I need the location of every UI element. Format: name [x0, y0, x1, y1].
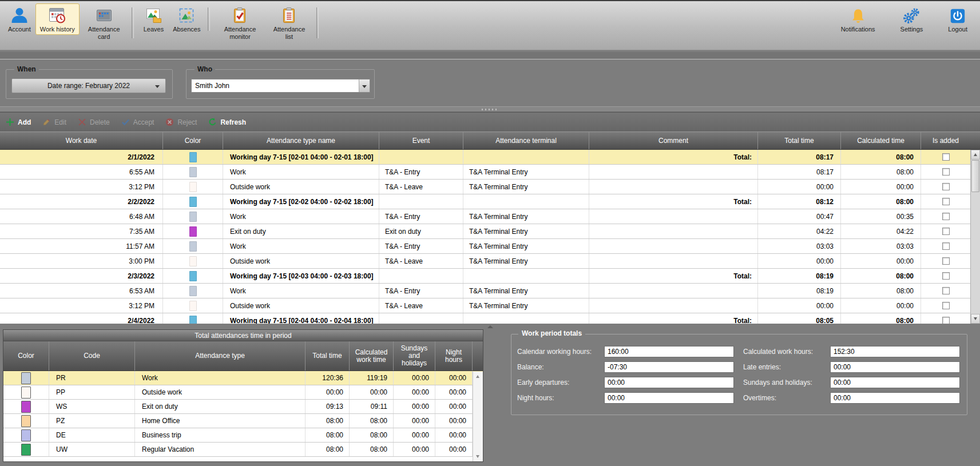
summary-vertical-scrollbar[interactable] — [473, 372, 483, 461]
event-cell: T&A - Entry — [379, 165, 463, 179]
terminal-cell — [463, 313, 589, 324]
column-header[interactable]: Calculated time — [841, 132, 921, 149]
table-row[interactable]: 3:00 PM Outside work T&A - Leave T&A Ter… — [0, 254, 970, 269]
is-added-checkbox[interactable] — [942, 317, 950, 324]
column-header[interactable]: Event — [379, 132, 463, 149]
totals-field-input[interactable] — [604, 361, 734, 373]
color-cell — [3, 443, 49, 456]
horizontal-splitter-bottom[interactable] — [0, 324, 980, 329]
table-row[interactable]: 6:55 AM Work T&A - Entry T&A Terminal En… — [0, 165, 970, 180]
is-added-checkbox[interactable] — [942, 183, 950, 190]
table-row[interactable]: 2/4/2022 Working day 7-15 [02-04 04:00 -… — [0, 313, 970, 324]
attendance-type-cell: Outside work — [223, 254, 379, 268]
action-button[interactable]: Refresh — [208, 118, 246, 126]
totals-field-input[interactable] — [830, 392, 960, 404]
comment-cell: Total: — [589, 194, 758, 209]
employee-dropdown-button[interactable] — [359, 79, 370, 92]
is-added-checkbox[interactable] — [942, 228, 950, 235]
is-added-checkbox[interactable] — [942, 257, 950, 265]
calculated-work-time-cell: 08:00 — [350, 428, 394, 442]
totals-field-input[interactable] — [830, 377, 960, 388]
toolbar-button[interactable]: Notifications — [836, 5, 880, 35]
toolbar-button[interactable]: Attendance card — [80, 3, 129, 42]
is-added-checkbox[interactable] — [942, 242, 950, 250]
column-header: Total time — [305, 341, 350, 371]
table-row[interactable]: 3:12 PM Outside work T&A - Leave T&A Ter… — [0, 180, 970, 194]
calculated-time-cell: 00:00 — [841, 298, 921, 313]
toolbar-button-label: Settings — [900, 26, 923, 33]
is-added-checkbox[interactable] — [942, 287, 950, 294]
totals-field-input[interactable] — [604, 392, 734, 404]
is-added-checkbox[interactable] — [942, 153, 950, 161]
toolbar-button[interactable]: Account — [3, 3, 35, 35]
totals-field-input[interactable] — [830, 361, 960, 373]
summary-row[interactable]: PR Work 120:36 119:19 00:00 00:00 — [3, 371, 483, 385]
table-row[interactable]: 11:57 AM Work T&A - Entry T&A Terminal E… — [0, 239, 970, 254]
attendance-type-cell: Outside work — [223, 298, 379, 313]
color-swatch — [189, 241, 197, 252]
toolbar-button[interactable]: Leaves — [139, 3, 168, 35]
is-added-checkbox[interactable] — [942, 213, 950, 220]
is-added-checkbox[interactable] — [942, 272, 950, 280]
summary-row[interactable]: PP Outside work 00:00 00:00 00:00 00:00 — [3, 385, 483, 400]
terminal-cell: T&A Terminal Entry — [463, 165, 589, 179]
column-header[interactable]: Attendance terminal — [463, 132, 589, 149]
scroll-down-button[interactable] — [971, 314, 980, 324]
color-swatch — [21, 372, 31, 384]
toolbar-button-icon — [10, 6, 29, 25]
column-header[interactable]: Total time — [758, 132, 841, 149]
table-row[interactable]: 2/3/2022 Working day 7-15 [02-03 04:00 -… — [0, 269, 970, 284]
horizontal-splitter[interactable] — [0, 106, 980, 112]
toolbar-button[interactable]: Attendance monitor — [215, 3, 264, 42]
toolbar-button[interactable]: Settings — [896, 5, 928, 35]
action-button[interactable]: Delete — [78, 118, 110, 126]
totals-field-input[interactable] — [604, 377, 734, 388]
is-added-checkbox[interactable] — [942, 168, 950, 176]
summary-table-title: Total attendances time in period — [3, 330, 483, 341]
scrollbar-thumb[interactable] — [971, 160, 979, 192]
summary-row[interactable]: WS Exit on duty 09:13 09:11 00:00 00:00 — [3, 400, 483, 414]
totals-field-input[interactable] — [830, 346, 960, 357]
summary-row[interactable]: UW Regular Vacation 08:00 08:00 00:00 00… — [3, 443, 483, 457]
toolbar-button[interactable]: Attendance list — [264, 3, 314, 42]
totals-field-input[interactable] — [604, 346, 734, 357]
table-row[interactable]: 2/1/2022 Working day 7-15 [02-01 04:00 -… — [0, 150, 970, 165]
vertical-scrollbar[interactable] — [970, 150, 980, 324]
column-header[interactable]: Is added — [921, 132, 970, 149]
action-button[interactable]: Add — [6, 118, 31, 126]
color-cell — [3, 371, 49, 385]
table-row[interactable]: 6:53 AM Work T&A - Entry T&A Terminal En… — [0, 284, 970, 298]
action-button-icon — [121, 118, 130, 126]
is-added-checkbox[interactable] — [942, 302, 950, 309]
color-swatch — [189, 182, 197, 192]
calculated-time-cell: 00:35 — [841, 209, 921, 224]
summary-row[interactable]: DE Business trip 08:00 08:00 00:00 00:00 — [3, 428, 483, 443]
column-header[interactable]: Work date — [0, 132, 163, 149]
table-row[interactable]: 3:12 PM Outside work T&A - Leave T&A Ter… — [0, 298, 970, 313]
event-cell: T&A - Entry — [379, 209, 463, 224]
action-button[interactable]: Edit — [42, 118, 66, 126]
action-button[interactable]: Accept — [121, 118, 154, 126]
is-added-checkbox[interactable] — [942, 198, 950, 205]
column-header[interactable]: Color — [163, 132, 223, 149]
date-range-dropdown[interactable]: Date range: February 2022 — [11, 78, 166, 93]
toolbar-button[interactable]: Absences — [168, 3, 205, 35]
is-added-cell — [921, 224, 970, 238]
column-header[interactable]: Attendance type name — [223, 132, 379, 149]
toolbar-button[interactable]: Work history — [35, 3, 80, 35]
is-added-cell — [921, 284, 970, 298]
work-date-cell: 6:53 AM — [0, 284, 163, 298]
attendance-type-cell: Working day 7-15 [02-01 04:00 - 02-01 18… — [223, 150, 379, 164]
table-row[interactable]: 2/2/2022 Working day 7-15 [02-02 04:00 -… — [0, 194, 970, 209]
code-cell: PR — [49, 371, 135, 385]
employee-combobox[interactable]: Smith John — [191, 79, 370, 93]
attendance-type-cell: Working day 7-15 [02-02 04:00 - 02-02 18… — [223, 194, 379, 209]
summary-row[interactable]: PZ Home Office 08:00 08:00 00:00 00:00 — [3, 414, 483, 428]
table-row[interactable]: 6:48 AM Work T&A - Entry T&A Terminal En… — [0, 209, 970, 224]
column-header[interactable]: Comment — [589, 132, 758, 149]
table-row[interactable]: 7:35 AM Exit on duty Exit on duty T&A Te… — [0, 224, 970, 239]
toolbar-button[interactable]: Logout — [943, 5, 972, 35]
scroll-up-button[interactable] — [971, 150, 980, 160]
attendance-type-cell: Work — [223, 239, 379, 253]
action-button[interactable]: Reject — [165, 118, 197, 126]
